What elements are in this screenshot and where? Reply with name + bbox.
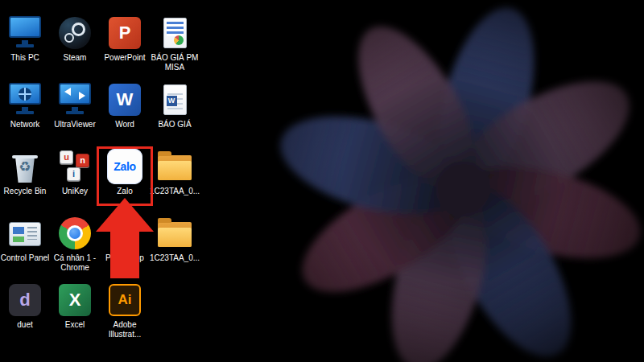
desktop-icon-ultraviewer[interactable]: UltraViewer [50, 78, 100, 145]
desktop-icon-label: BÁO GIÁ PM MISA [150, 53, 200, 72]
wallpaper-bloom [258, 0, 644, 362]
chrome-profile-icon [57, 216, 93, 251]
ultraviewer-icon [57, 82, 93, 117]
unikey-icon: uni [57, 149, 93, 184]
desktop-icon-folder-1c23taa-a[interactable]: 1C23TAA_0... [150, 145, 200, 212]
desktop-icon-label: Photoshop [105, 253, 144, 263]
desktop: This PCSteamPPowerPointBÁO GIÁ PM MISANe… [0, 0, 644, 362]
desktop-icon-label: Cá nhân 1 - Chrome [50, 253, 100, 273]
desktop-icon-label: UniKey [62, 187, 88, 196]
recycle-bin-icon: ♻ [7, 149, 43, 184]
powerpoint-icon: P [107, 15, 142, 51]
zalo-icon: Zalo [107, 149, 142, 184]
desktop-icon-label: Recycle Bin [4, 187, 47, 196]
duet-icon: d [7, 282, 43, 318]
desktop-icon-illustrator[interactable]: AiAdobe Illustrat... [100, 278, 150, 345]
desktop-icon-recycle-bin[interactable]: ♻Recycle Bin [0, 145, 50, 212]
desktop-icon-folder-1c23taa-b[interactable]: 1C23TAA_0... [150, 212, 200, 278]
bao-gia-icon: W [157, 82, 192, 117]
desktop-icon-label: UltraViewer [54, 120, 96, 130]
steam-icon [57, 15, 93, 51]
desktop-icon-label: 1C23TAA_0... [150, 253, 200, 263]
desktop-icon-label: Word [115, 120, 134, 130]
desktop-icon-label: PowerPoint [104, 53, 145, 63]
desktop-icon-photoshop[interactable]: Photoshop [100, 212, 150, 278]
desktop-icon-bao-gia-pm-misa[interactable]: BÁO GIÁ PM MISA [150, 11, 200, 78]
desktop-icon-label: Control Panel [1, 253, 50, 263]
network-icon [7, 82, 43, 117]
desktop-icon-label: Network [10, 120, 40, 130]
desktop-icon-grid: This PCSteamPPowerPointBÁO GIÁ PM MISANe… [0, 11, 200, 345]
desktop-icon-word[interactable]: WWord [100, 78, 150, 145]
illustrator-icon: Ai [107, 282, 142, 318]
desktop-icon-powerpoint[interactable]: PPowerPoint [100, 11, 150, 78]
desktop-icon-network[interactable]: Network [0, 78, 50, 145]
desktop-icon-this-pc[interactable]: This PC [0, 11, 50, 78]
desktop-icon-bao-gia[interactable]: WBÁO GIÁ [150, 78, 200, 145]
desktop-icon-label: Steam [64, 53, 87, 63]
this-pc-icon [7, 15, 43, 51]
folder-1c23taa-a-icon [157, 149, 192, 184]
control-panel-icon [7, 216, 43, 251]
desktop-icon-label: 1C23TAA_0... [150, 187, 200, 196]
desktop-icon-duet[interactable]: dduet [0, 278, 50, 345]
desktop-icon-steam[interactable]: Steam [50, 11, 100, 78]
folder-1c23taa-b-icon [157, 216, 192, 251]
excel-icon: X [57, 282, 93, 318]
desktop-icon-label: Adobe Illustrat... [100, 320, 150, 339]
desktop-icon-chrome-profile[interactable]: Cá nhân 1 - Chrome [50, 212, 100, 278]
bao-gia-pm-misa-icon [157, 15, 192, 51]
photoshop-icon [107, 216, 142, 251]
desktop-icon-label: duet [17, 320, 32, 330]
desktop-icon-label: This PC [10, 53, 39, 63]
desktop-icon-excel[interactable]: XExcel [50, 278, 100, 345]
desktop-icon-control-panel[interactable]: Control Panel [0, 212, 50, 278]
desktop-icon-label: BÁO GIÁ [158, 120, 191, 130]
desktop-icon-unikey[interactable]: uniUniKey [50, 145, 100, 212]
desktop-icon-label: Zalo [117, 187, 132, 196]
desktop-icon-label: Excel [65, 320, 85, 330]
word-icon: W [107, 82, 142, 117]
desktop-icon-zalo[interactable]: ZaloZalo [100, 145, 150, 212]
